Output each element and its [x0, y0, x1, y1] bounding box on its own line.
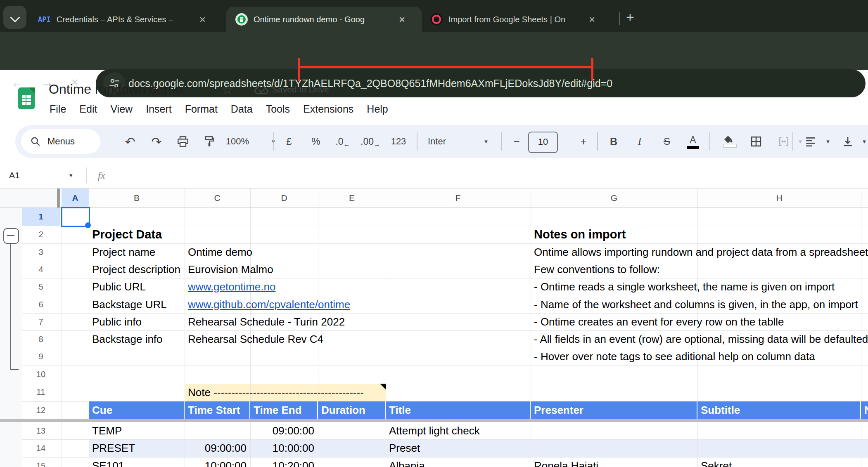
cell-G4[interactable]: Few conventions to follow: — [534, 261, 660, 278]
bold-button[interactable]: B — [601, 125, 626, 158]
row-header[interactable]: 4 — [22, 261, 60, 278]
column-header-F[interactable]: F — [455, 189, 461, 208]
horizontal-align-caret-icon[interactable]: ▾ — [820, 125, 836, 158]
cell-B14[interactable]: PRESET — [92, 439, 135, 457]
cell-C4[interactable]: Eurovision Malmo — [188, 261, 273, 278]
table-header-notes-partial[interactable]: N — [861, 401, 868, 419]
column-header-D[interactable]: D — [281, 189, 287, 208]
borders-button[interactable] — [744, 125, 768, 158]
cell-G3[interactable]: Ontime allows importing rundown and proj… — [534, 243, 868, 261]
fill-color-button[interactable] — [718, 125, 742, 158]
row-header[interactable]: 15 — [22, 457, 60, 467]
table-header-time-start[interactable]: Time Start — [185, 401, 250, 419]
table-header-subtitle[interactable]: Subtitle — [697, 401, 861, 419]
cell-C14[interactable]: 09:00:00 — [185, 439, 247, 457]
column-header-B[interactable]: B — [134, 189, 140, 208]
name-box-caret-icon[interactable]: ▾ — [69, 163, 73, 188]
table-header-duration[interactable]: Duration — [318, 401, 386, 419]
menu-data[interactable]: Data — [231, 103, 253, 115]
cell-B5[interactable]: Public URL — [92, 278, 146, 296]
cell-G5[interactable]: - Ontime reads a single worksheet, the n… — [534, 278, 835, 296]
font-size-input[interactable]: 10 — [528, 132, 558, 153]
currency-format-button[interactable]: £ — [277, 125, 301, 158]
cell-B13[interactable]: TEMP — [92, 422, 122, 439]
selection-fill-handle[interactable] — [85, 222, 91, 228]
increase-decimal-button[interactable]: .00→ — [357, 125, 384, 158]
menus-search-button[interactable]: Menus — [21, 129, 100, 154]
column-header-H[interactable]: H — [776, 189, 782, 208]
decrease-font-size-button[interactable]: − — [505, 125, 528, 158]
menu-tools[interactable]: Tools — [266, 103, 290, 115]
table-header-title[interactable]: Title — [386, 401, 531, 419]
row-header[interactable]: 6 — [22, 296, 60, 313]
close-icon[interactable]: × — [589, 14, 595, 25]
row-header[interactable]: 14 — [22, 439, 60, 457]
collapse-group-button[interactable] — [3, 228, 19, 244]
select-all-corner[interactable] — [0, 189, 60, 208]
cell-G7[interactable]: - Ontime creates an event for every row … — [534, 313, 784, 330]
column-header-C[interactable]: C — [214, 189, 220, 208]
cell-F13[interactable]: Attempt light check — [389, 422, 480, 439]
cell-F15[interactable]: Albania — [389, 457, 425, 467]
vertical-align-caret-icon[interactable]: ▾ — [856, 125, 868, 158]
column-header-A[interactable]: A — [72, 189, 78, 208]
zoom-select[interactable]: 100% — [209, 125, 266, 158]
row-header[interactable]: 9 — [22, 348, 60, 366]
row-header[interactable]: 8 — [22, 330, 60, 348]
cell-B2[interactable]: Project Data — [92, 226, 162, 243]
name-box[interactable]: A1 — [9, 163, 20, 188]
menu-insert[interactable]: Insert — [146, 103, 172, 115]
sheets-file-icon[interactable] — [18, 87, 35, 109]
table-header-presenter[interactable]: Presenter — [531, 401, 697, 419]
cell-B7[interactable]: Public info — [92, 313, 142, 330]
formula-input[interactable] — [120, 163, 863, 188]
cell-C5-link[interactable]: www.getontime.no — [188, 278, 275, 296]
tab-credentials[interactable]: API Credentials – APIs & Services – × — [23, 7, 217, 32]
cell-G8[interactable]: - All fields in an event (row) are optio… — [534, 330, 868, 348]
cell-B8[interactable]: Backstage info — [92, 330, 163, 348]
cell-C7[interactable]: Rehearsal Schedule - Turin 2022 — [188, 313, 345, 330]
frozen-row-divider[interactable] — [0, 419, 868, 422]
cell-B3[interactable]: Project name — [92, 243, 155, 261]
row-header[interactable]: 1 — [22, 208, 60, 226]
column-header-E[interactable]: E — [349, 189, 355, 208]
cell-C11-note[interactable]: Note -----------------------------------… — [188, 384, 384, 401]
increase-font-size-button[interactable]: + — [572, 125, 595, 158]
table-header-time-end[interactable]: Time End — [250, 401, 318, 419]
new-tab-button[interactable]: + — [626, 10, 634, 24]
address-bar[interactable]: docs.google.com/spreadsheets/d/1TYZhAELR… — [96, 69, 866, 97]
cell-B15[interactable]: SE101 — [92, 457, 124, 467]
cell-C15[interactable]: 10:00:00 — [185, 457, 247, 467]
print-button[interactable] — [171, 125, 195, 158]
document-title[interactable]: Ontime rundown demo — [49, 82, 183, 97]
cell-C3[interactable]: Ontime demo — [188, 243, 252, 261]
menu-help[interactable]: Help — [367, 103, 388, 115]
row-header[interactable]: 13 — [22, 422, 60, 439]
italic-button[interactable]: I — [627, 125, 652, 158]
horizontal-align-button[interactable] — [798, 125, 823, 158]
cell-H15[interactable]: Sekret — [701, 457, 732, 467]
font-caret-icon[interactable]: ▾ — [474, 125, 498, 158]
cell-F14[interactable]: Preset — [389, 439, 420, 457]
cell-G6[interactable]: - Name of the worksheet and columns is g… — [534, 296, 858, 313]
strikethrough-button[interactable]: S — [655, 125, 679, 158]
cell-B6[interactable]: Backstage URL — [92, 296, 167, 313]
cell-C8[interactable]: Rehearsal Schedule Rev C4 — [188, 330, 323, 348]
row-header[interactable]: 5 — [22, 278, 60, 296]
row-header[interactable]: 7 — [22, 313, 60, 330]
cell-B4[interactable]: Project description — [92, 261, 185, 278]
cell-C6-link[interactable]: www.github.com/cpvalente/ontime — [188, 296, 350, 313]
text-color-button[interactable]: A — [681, 125, 705, 158]
menu-file[interactable]: File — [50, 103, 66, 115]
row-header[interactable]: 3 — [22, 243, 60, 261]
row-header[interactable]: 2 — [22, 226, 60, 243]
table-header-cue[interactable]: Cue — [89, 401, 185, 419]
menu-edit[interactable]: Edit — [79, 103, 97, 115]
undo-button[interactable]: ↶ — [118, 125, 142, 158]
number-format-button[interactable]: 123 — [385, 125, 412, 158]
close-icon[interactable]: × — [199, 14, 206, 25]
percent-format-button[interactable]: % — [304, 125, 328, 158]
menu-extensions[interactable]: Extensions — [303, 103, 353, 115]
tab-ontime-sheet[interactable]: Ontime rundown demo - Goog × — [226, 7, 422, 32]
menu-format[interactable]: Format — [185, 103, 218, 115]
